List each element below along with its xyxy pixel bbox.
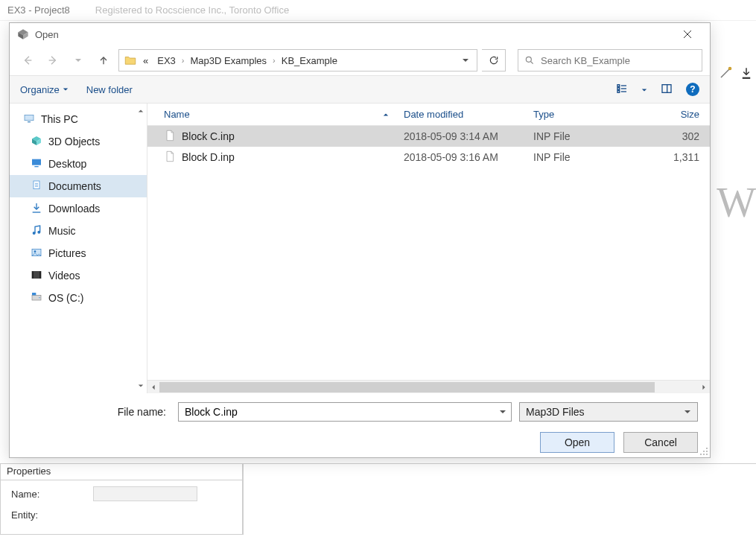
svg-rect-13 xyxy=(25,115,34,120)
svg-rect-18 xyxy=(32,159,41,165)
col-size[interactable]: Size xyxy=(645,109,710,120)
toolbar: Organize New folder ? xyxy=(10,75,710,104)
properties-entity-label: Entity: xyxy=(11,509,93,521)
cancel-button[interactable]: Cancel xyxy=(623,432,698,453)
tree-item-label: Downloads xyxy=(48,203,100,215)
tree-item-os-c-[interactable]: OS (C:) xyxy=(10,287,147,309)
file-size: 1,311 xyxy=(645,151,710,163)
tree-item-downloads[interactable]: Downloads xyxy=(10,197,147,220)
filename-dropdown[interactable] xyxy=(499,406,506,418)
svg-point-27 xyxy=(34,250,36,252)
properties-name-input[interactable] xyxy=(93,486,197,501)
pictures-icon xyxy=(31,247,42,261)
breadcrumb-2[interactable]: KB_Example xyxy=(279,55,340,66)
svg-rect-19 xyxy=(34,166,38,167)
new-folder-button[interactable]: New folder xyxy=(86,84,133,95)
view-dropdown[interactable] xyxy=(641,84,647,95)
tree-item-label: Desktop xyxy=(48,158,86,170)
scroll-left[interactable] xyxy=(147,381,159,393)
refresh-button[interactable] xyxy=(482,49,506,72)
list-header: Name Date modified Type Size xyxy=(147,104,710,126)
file-list: Name Date modified Type Size Block C.inp… xyxy=(147,104,710,393)
filetype-filter[interactable]: Map3D Files xyxy=(519,402,698,422)
address-bar[interactable]: « EX3 › Map3D Examples › KB_Example xyxy=(118,49,477,72)
open-dialog: Open « EX3 › Map3D Examples › KB_Example xyxy=(9,22,711,458)
close-button[interactable] xyxy=(673,24,702,45)
filename-combo[interactable] xyxy=(178,402,512,422)
tree-item-music[interactable]: Music xyxy=(10,220,147,242)
nav-row: « EX3 › Map3D Examples › KB_Example xyxy=(10,45,710,75)
filter-label: Map3D Files xyxy=(526,406,585,418)
svg-rect-14 xyxy=(28,121,31,122)
address-history-dropdown[interactable] xyxy=(459,55,472,66)
svg-rect-5 xyxy=(617,84,620,86)
back-button[interactable] xyxy=(17,50,38,71)
divider-vertical xyxy=(243,463,244,535)
tree-scroll-up[interactable] xyxy=(135,105,147,117)
file-row[interactable]: Block C.inp2018-05-09 3:14 AMINP File302 xyxy=(147,126,710,147)
filter-dropdown-icon xyxy=(684,406,691,418)
col-name[interactable]: Name xyxy=(164,109,404,120)
tree-item-documents[interactable]: Documents xyxy=(10,175,147,197)
col-type[interactable]: Type xyxy=(533,109,645,120)
videos-icon xyxy=(31,269,42,283)
preview-pane-button[interactable] xyxy=(661,83,673,97)
properties-header: Properties xyxy=(1,464,242,480)
file-size: 302 xyxy=(645,130,710,142)
help-button[interactable]: ? xyxy=(686,83,699,96)
tree-item-desktop[interactable]: Desktop xyxy=(10,153,147,175)
svg-rect-29 xyxy=(32,271,34,278)
open-button[interactable]: Open xyxy=(540,432,614,453)
pc-icon xyxy=(23,112,35,127)
col-date[interactable]: Date modified xyxy=(404,109,533,120)
app-icon xyxy=(17,28,29,40)
documents-icon xyxy=(31,179,42,194)
chevron-down-icon xyxy=(63,86,69,92)
tree-item-pictures[interactable]: Pictures xyxy=(10,242,147,264)
file-date: 2018-05-09 3:14 AM xyxy=(404,130,533,142)
tree-item-label: 3D Objects xyxy=(48,136,100,147)
organize-button[interactable]: Organize xyxy=(20,84,69,95)
file-type: INP File xyxy=(533,130,645,142)
filename-input[interactable] xyxy=(183,405,499,419)
horizontal-scrollbar[interactable] xyxy=(147,380,710,393)
forward-button[interactable] xyxy=(42,50,63,71)
breadcrumb-0[interactable]: EX3 xyxy=(154,55,179,66)
tree-item-label: This PC xyxy=(41,113,78,125)
file-name: Block D.inp xyxy=(182,151,235,163)
tree-scroll-down[interactable] xyxy=(135,380,147,392)
search-input[interactable] xyxy=(539,54,696,67)
cube-icon xyxy=(31,135,42,149)
tree-item-label: Music xyxy=(48,225,76,237)
properties-name-label: Name: xyxy=(11,489,93,500)
nav-tree: This PC3D ObjectsDesktopDocumentsDownloa… xyxy=(10,104,147,393)
scroll-right[interactable] xyxy=(698,381,710,393)
chevron-right-icon: › xyxy=(273,56,276,65)
wand-icon[interactable] xyxy=(719,66,732,80)
view-options-button[interactable] xyxy=(616,83,628,97)
recent-dropdown[interactable] xyxy=(68,50,89,71)
sort-asc-icon xyxy=(383,112,389,118)
svg-point-35 xyxy=(703,451,705,452)
svg-point-38 xyxy=(703,454,705,455)
tree-item-videos[interactable]: Videos xyxy=(10,264,147,287)
tree-item-this-pc[interactable]: This PC xyxy=(10,108,147,130)
breadcrumb-1[interactable]: Map3D Examples xyxy=(187,55,270,66)
bg-letter: W xyxy=(717,179,756,226)
resize-grip[interactable] xyxy=(698,445,708,456)
search-box[interactable] xyxy=(518,49,702,72)
file-row[interactable]: Block D.inp2018-05-09 3:16 AMINP File1,3… xyxy=(147,147,710,168)
svg-point-39 xyxy=(706,454,708,455)
right-toolbar xyxy=(714,58,756,88)
tree-item-3d-objects[interactable]: 3D Objects xyxy=(10,130,147,153)
dialog-bottom: File name: Map3D Files Open Cancel xyxy=(10,393,710,457)
svg-point-37 xyxy=(700,454,702,455)
svg-rect-7 xyxy=(617,90,620,92)
dialog-title: Open xyxy=(35,29,673,40)
search-icon xyxy=(524,55,535,66)
file-icon xyxy=(164,150,176,165)
download-icon[interactable] xyxy=(740,66,753,80)
file-date: 2018-05-09 3:16 AM xyxy=(404,151,533,163)
up-button[interactable] xyxy=(93,50,114,71)
scroll-thumb[interactable] xyxy=(159,382,655,393)
